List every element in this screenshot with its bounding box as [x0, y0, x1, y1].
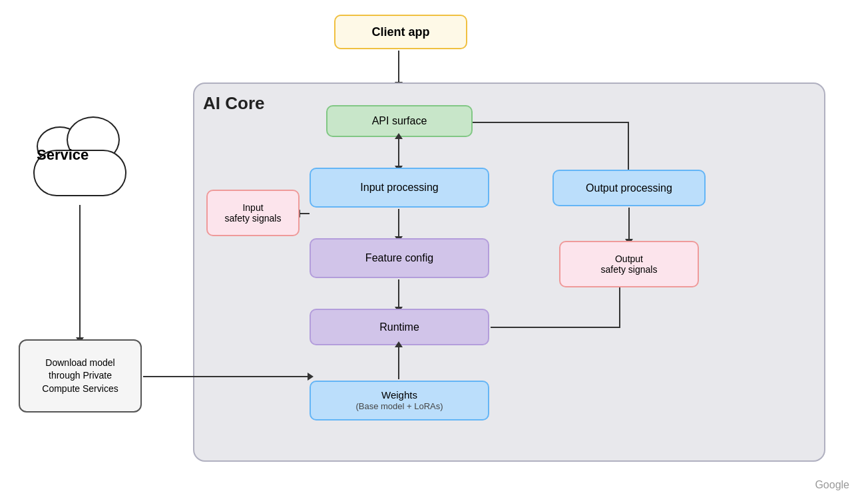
input-processing-label: Input processing	[360, 182, 438, 194]
service-label: Service	[37, 146, 89, 164]
input-safety-label: Input safety signals	[225, 202, 282, 224]
weights-label-line1: Weights	[381, 389, 417, 402]
line-api-output-vertical	[628, 122, 629, 170]
arrow-api-input	[398, 138, 399, 166]
client-app-box: Client app	[334, 15, 467, 49]
arrow-feature-runtime	[398, 279, 399, 307]
download-model-box: Download model through Private Compute S…	[19, 339, 142, 413]
weights-box: Weights (Base model + LoRAs)	[310, 381, 489, 420]
feature-config-box: Feature config	[310, 238, 489, 278]
runtime-box: Runtime	[310, 309, 489, 345]
ai-core-container	[193, 83, 825, 462]
runtime-label: Runtime	[379, 321, 419, 333]
client-app-label: Client app	[371, 25, 429, 39]
line-output-proc-safety	[628, 208, 630, 240]
input-processing-box: Input processing	[310, 168, 489, 208]
api-surface-label: API surface	[372, 115, 427, 127]
arrow-service-download	[79, 205, 81, 338]
output-safety-label: Output safety signals	[601, 253, 658, 275]
diagram-container: Client app AI Core API surface Input pro…	[0, 0, 868, 503]
api-surface-box: API surface	[326, 105, 473, 137]
line-runtime-output	[491, 327, 620, 328]
arrow-client-aicore	[398, 51, 399, 83]
line-api-output	[473, 122, 629, 123]
output-safety-box: Output safety signals	[559, 241, 699, 287]
arrow-input-feature	[398, 209, 399, 237]
feature-config-label: Feature config	[365, 252, 433, 264]
arrow-weights-runtime	[398, 347, 399, 379]
download-model-label: Download model through Private Compute S…	[42, 357, 118, 396]
arrow-download-weights	[143, 376, 308, 377]
line-input-safety	[300, 213, 310, 214]
google-logo: Google	[815, 479, 849, 491]
weights-label-line2: (Base model + LoRAs)	[355, 401, 443, 413]
output-processing-label: Output processing	[586, 182, 672, 194]
input-safety-box: Input safety signals	[206, 190, 300, 236]
ai-core-label: AI Core	[203, 93, 264, 114]
output-processing-box: Output processing	[552, 170, 706, 206]
